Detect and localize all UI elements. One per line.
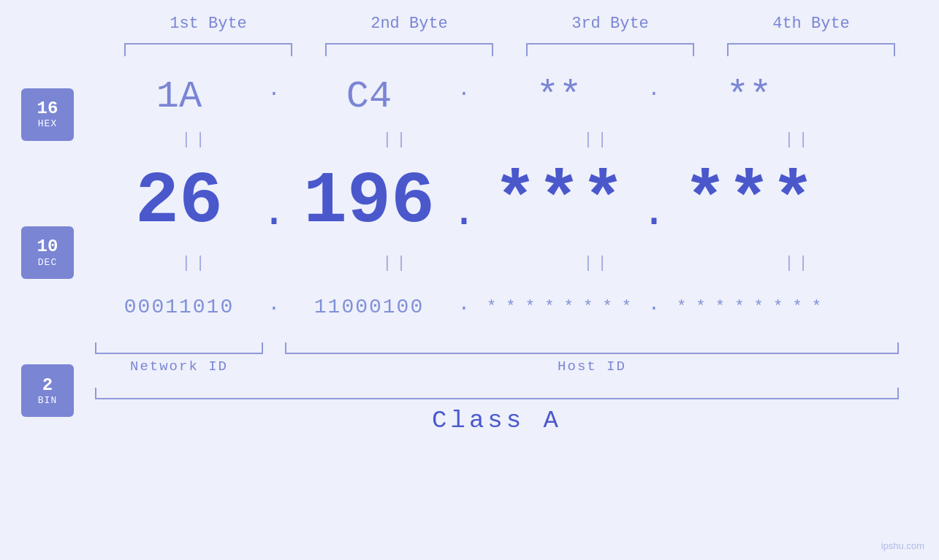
bin-badge: 2 BIN bbox=[21, 364, 74, 417]
eq2-b4: || bbox=[715, 254, 883, 272]
bin-b1-value: 00011010 bbox=[124, 296, 234, 318]
byte4-top-bracket bbox=[727, 43, 895, 56]
dec-dot2: . bbox=[453, 188, 475, 237]
dec-dot1: . bbox=[263, 188, 285, 237]
dec-badge-label: DEC bbox=[38, 257, 57, 268]
byte1-top-bracket bbox=[124, 43, 292, 56]
bin-b1-cell: 00011010 bbox=[95, 296, 263, 318]
eq2-b2: || bbox=[313, 254, 481, 272]
watermark: ipshu.com bbox=[881, 540, 924, 551]
bin-dot2: . bbox=[453, 293, 475, 315]
bin-dot1: . bbox=[263, 293, 285, 315]
dec-b1-value: 26 bbox=[135, 161, 223, 243]
hex-dot2: . bbox=[453, 78, 475, 101]
dec-b2-cell: 196 bbox=[285, 161, 453, 243]
class-bracket bbox=[95, 388, 899, 399]
host-id-label: Host ID bbox=[285, 358, 899, 375]
main-container: 1st Byte 2nd Byte 3rd Byte 4th Byte 16 H… bbox=[0, 0, 939, 560]
hex-b3-value: ** bbox=[536, 75, 582, 118]
bin-b4-cell: * * * * * * * * bbox=[665, 298, 833, 316]
bin-b2-value: 11000100 bbox=[314, 296, 424, 318]
byte4-header: 4th Byte bbox=[727, 15, 895, 33]
byte2-header: 2nd Byte bbox=[325, 15, 493, 33]
bin-dot3: . bbox=[643, 293, 665, 315]
hex-dot3: . bbox=[643, 78, 665, 101]
hex-dot1: . bbox=[263, 78, 285, 101]
eq2-b3: || bbox=[514, 254, 682, 272]
bin-badge-number: 2 bbox=[42, 376, 53, 395]
hex-b3-cell: ** bbox=[475, 75, 643, 118]
byte3-top-bracket bbox=[526, 43, 694, 56]
bin-b2-cell: 11000100 bbox=[285, 296, 453, 318]
eq1-b1: || bbox=[112, 131, 280, 149]
hex-badge-number: 16 bbox=[37, 99, 58, 118]
byte3-header: 3rd Byte bbox=[526, 15, 694, 33]
hex-b4-cell: ** bbox=[665, 75, 833, 118]
equals-row-2: || || || || bbox=[95, 254, 899, 272]
hex-b1-value: 1A bbox=[156, 75, 202, 118]
hex-b2-cell: C4 bbox=[285, 75, 453, 118]
bin-b4-value: * * * * * * * * bbox=[677, 298, 821, 316]
id-labels-row: Network ID Host ID bbox=[95, 358, 899, 375]
hex-badge: 16 HEX bbox=[21, 88, 74, 141]
byte1-header: 1st Byte bbox=[124, 15, 292, 33]
badges-column: 16 HEX 10 DEC 2 BIN bbox=[0, 64, 95, 434]
class-label: Class A bbox=[95, 407, 899, 434]
bin-badge-label: BIN bbox=[38, 395, 57, 406]
host-id-bracket bbox=[285, 342, 899, 354]
dec-badge-number: 10 bbox=[37, 237, 58, 256]
byte2-top-bracket bbox=[325, 43, 493, 56]
dec-b3-value: *** bbox=[493, 161, 625, 243]
class-bar: Class A bbox=[95, 388, 899, 434]
dec-b2-value: 196 bbox=[303, 161, 435, 243]
hex-row: 1A . C4 . ** . ** bbox=[95, 64, 899, 129]
dec-b4-cell: *** bbox=[665, 161, 833, 243]
dec-b1-cell: 26 bbox=[95, 161, 263, 243]
bin-b3-cell: * * * * * * * * bbox=[475, 298, 643, 316]
bottom-brackets bbox=[95, 342, 899, 354]
dec-b4-value: *** bbox=[683, 161, 815, 243]
dec-b3-cell: *** bbox=[475, 161, 643, 243]
eq1-b3: || bbox=[514, 131, 682, 149]
hex-b1-cell: 1A bbox=[95, 75, 263, 118]
bin-row: 00011010 . 11000100 . * * * * * * * * . … bbox=[95, 274, 899, 340]
hex-b2-value: C4 bbox=[346, 75, 392, 118]
eq1-b4: || bbox=[715, 131, 883, 149]
equals-row-1: || || || || bbox=[95, 131, 899, 149]
eq2-b1: || bbox=[112, 254, 280, 272]
dec-dot3: . bbox=[643, 188, 665, 237]
bin-b3-value: * * * * * * * * bbox=[487, 298, 631, 316]
dec-badge: 10 DEC bbox=[21, 226, 74, 279]
dec-row: 26 . 196 . *** . *** bbox=[95, 150, 899, 253]
hex-badge-label: HEX bbox=[38, 118, 57, 129]
network-id-bracket bbox=[95, 342, 263, 354]
eq1-b2: || bbox=[313, 131, 481, 149]
hex-b4-value: ** bbox=[726, 75, 772, 118]
network-id-label: Network ID bbox=[95, 358, 263, 375]
